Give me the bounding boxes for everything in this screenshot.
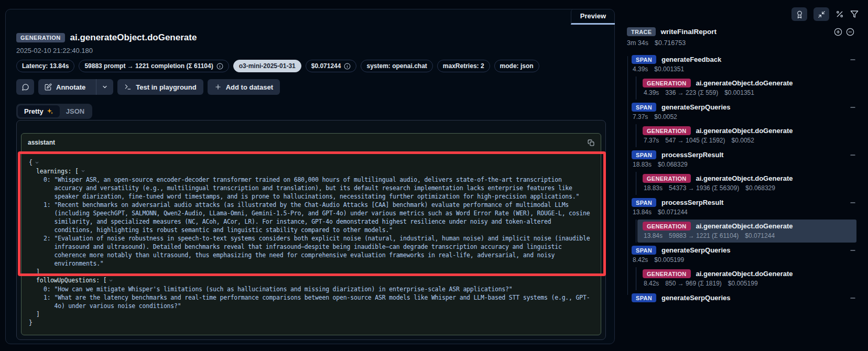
observation-header: GENERATION ai.generateObject.doGenerate …: [6, 9, 614, 119]
learnings-array: 0: "Whisper ASR, an open-source encoder-…: [36, 176, 593, 268]
collapse-minus-icon[interactable]: [849, 247, 856, 254]
percent-view-toggle[interactable]: [836, 10, 844, 18]
span-cost: $0.068329: [658, 161, 688, 168]
observation-timestamp: 2025-02-10 21:22:40.180: [16, 47, 604, 54]
span-type-badge: SPAN: [632, 293, 656, 302]
tab-pretty-label: Pretty: [24, 107, 44, 115]
generation-name: ai.generateObject.doGenerate: [696, 222, 793, 230]
terminal-icon: [124, 83, 132, 91]
percent-icon: [836, 10, 844, 18]
annotate-dropdown-button[interactable]: [96, 79, 113, 95]
collapse-chevron-icon[interactable]: [35, 159, 39, 167]
annotation-queue-button[interactable]: [791, 7, 807, 21]
tab-preview-label: Preview: [580, 12, 606, 20]
generation-type-badge: GENERATION: [643, 174, 691, 183]
metadata-pill: 59883 prompt → 1221 completion (Σ 61104): [79, 60, 229, 72]
pill-label: system: openai.chat: [366, 62, 427, 70]
pencil-edit-icon: [45, 83, 52, 91]
generation-row[interactable]: GENERATION ai.generateObject.doGenerate …: [637, 124, 856, 147]
sidebar-header-icons: [624, 0, 868, 21]
generation-type-badge: GENERATION: [643, 126, 691, 135]
comment-button[interactable]: [16, 79, 34, 95]
observation-item: SPAN generateSerpQueries 7.37s $0.0052: [632, 103, 868, 147]
annotate-label: Annotate: [56, 83, 85, 91]
collapse-chevron-icon[interactable]: [108, 277, 113, 285]
json-array-close: ]: [36, 268, 593, 276]
json-array-item: 1: "Recent benchmarks on adversarial aud…: [44, 201, 593, 234]
trace-root-row[interactable]: TRACE writeFinalReport: [624, 27, 868, 36]
span-row[interactable]: SPAN processSerpResult: [632, 198, 868, 207]
expand-all-button[interactable]: [834, 28, 842, 36]
tab-json-label: JSON: [66, 107, 84, 115]
trace-tree-sidebar: TRACE writeFinalReport 3m 34s $0.716753 …: [624, 0, 868, 351]
metadata-pill: $0.071244: [306, 60, 357, 72]
generation-cost: $0.001351: [724, 89, 754, 96]
collapse-minus-icon[interactable]: [849, 151, 856, 159]
span-row[interactable]: SPAN generateSerpQueries: [632, 246, 868, 255]
copy-button[interactable]: [588, 139, 594, 146]
span-row[interactable]: SPAN generateFeedback: [632, 55, 868, 64]
collapse-chevron-icon[interactable]: [81, 167, 85, 176]
collapse-minus-icon[interactable]: [849, 294, 856, 302]
json-key-learnings: learnings: [: [36, 168, 79, 175]
generation-meta: 8.42s 850 → 969 (Σ 1819) $0.005199: [643, 280, 851, 287]
generation-row[interactable]: GENERATION ai.generateObject.doGenerate …: [637, 172, 856, 195]
collapse-all-button[interactable]: [813, 7, 829, 21]
tab-pretty[interactable]: Pretty: [18, 105, 60, 117]
generation-row[interactable]: GENERATION ai.generateObject.doGenerate …: [637, 267, 856, 290]
collapse-arrows-icon: [818, 10, 826, 18]
tab-preview[interactable]: Preview: [571, 9, 615, 25]
metadata-pills: Latency: 13.84s 59883 prompt → 1221 comp…: [16, 60, 604, 72]
span-row[interactable]: SPAN generateSerpQueries: [632, 293, 868, 302]
generation-duration: 4.39s: [644, 89, 659, 96]
trace-observation-list: SPAN generateFeedback 4.39s $0.001351: [624, 55, 868, 302]
span-type-badge: SPAN: [632, 198, 656, 207]
array-index: 0:: [44, 285, 50, 293]
array-index: 2:: [44, 234, 50, 268]
generation-child: GENERATION ai.generateObject.doGenerate …: [636, 220, 868, 243]
collapse-tree-button[interactable]: [846, 28, 854, 36]
generation-duration: 13.84s: [644, 232, 663, 239]
collapse-minus-icon[interactable]: [849, 104, 856, 111]
output-container: assistant { learnings: [ 0:: [16, 120, 606, 340]
collapse-minus-icon[interactable]: [849, 56, 856, 63]
trace-duration: 3m 34s: [627, 39, 648, 47]
tab-json[interactable]: JSON: [60, 105, 91, 117]
span-meta: 8.42s $0.005199: [632, 256, 868, 264]
span-row[interactable]: SPAN generateSerpQueries: [632, 103, 868, 112]
award-ribbon-icon: [796, 10, 804, 18]
collapse-minus-icon[interactable]: [849, 199, 856, 206]
page-title: ai.generateObject.doGenerate: [70, 32, 197, 43]
observation-preview-panel: Preview GENERATION ai.generateObject.doG…: [5, 9, 615, 344]
array-index: 1:: [44, 293, 50, 310]
generation-duration: 8.42s: [644, 280, 659, 287]
span-name: processSerpResult: [661, 151, 724, 159]
span-duration: 13.84s: [633, 209, 652, 216]
info-icon[interactable]: [344, 63, 351, 70]
followups-array: 0: "How can we mitigate Whisper's limita…: [36, 285, 593, 310]
annotate-split-button: Annotate: [38, 79, 113, 95]
generation-tokens: 336 → 223 (Σ 559): [665, 89, 718, 96]
span-cost: $0.001351: [654, 65, 684, 73]
annotate-button[interactable]: Annotate: [38, 79, 92, 95]
generation-row[interactable]: GENERATION ai.generateObject.doGenerate …: [637, 220, 856, 243]
info-icon[interactable]: [216, 63, 223, 70]
sparkles-icon: [47, 108, 53, 115]
add-to-dataset-button[interactable]: Add to dataset: [208, 79, 280, 95]
json-array-item: 2: "Evaluation of noise robustness in sp…: [44, 234, 593, 268]
span-row[interactable]: SPAN processSerpResult: [632, 150, 868, 159]
generation-row[interactable]: GENERATION ai.generateObject.doGenerate …: [637, 76, 856, 100]
generation-meta: 18.83s 54373 → 1936 (Σ 56309) $0.068329: [643, 184, 851, 192]
test-in-playground-button[interactable]: Test in playground: [117, 79, 203, 95]
generation-cost: $0.005199: [728, 280, 758, 287]
filter-button[interactable]: [850, 10, 859, 18]
json-array-item: 0: "Whisper ASR, an open-source encoder-…: [44, 176, 593, 201]
dataset-label: Add to dataset: [226, 83, 273, 91]
span-duration: 4.39s: [633, 65, 648, 73]
observation-item: SPAN processSerpResult 13.84s $0.071244: [632, 198, 868, 243]
metadata-pill: system: openai.chat: [361, 60, 432, 72]
generation-name: ai.generateObject.doGenerate: [696, 174, 793, 182]
generation-child: GENERATION ai.generateObject.doGenerate …: [636, 124, 868, 147]
pill-label: $0.071244: [311, 62, 341, 70]
metadata-pill: maxRetries: 2: [437, 60, 490, 72]
